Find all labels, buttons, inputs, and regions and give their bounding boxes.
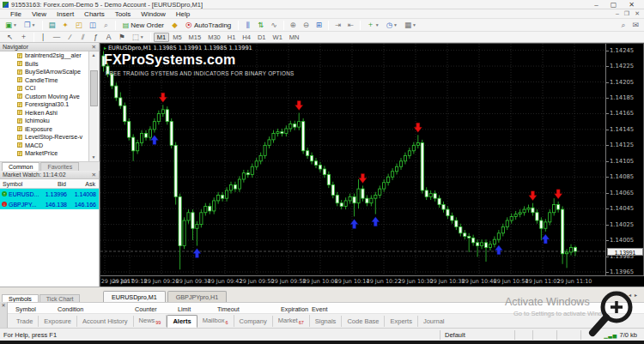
column-ask[interactable]: Ask [69,181,98,187]
toolbox-tab-journal[interactable]: Journal [418,316,450,327]
scroll-down-icon[interactable]: ▼ [89,154,98,161]
navigator-item-iexposure[interactable]: ƒiExposure [0,125,89,134]
toolbox-column-event[interactable]: Event [312,305,327,313]
toolbox-column-expiration[interactable]: Expiration [281,305,308,313]
zoom-in-icon[interactable]: ⊕ [288,20,299,30]
navigator-close-icon[interactable]: ✕ [92,44,96,51]
autotrading-button[interactable]: ⦿AutoTrading [182,20,234,30]
timeframe-button-h1[interactable]: H1 [224,33,240,42]
toolbox-tab-news[interactable]: News99 [134,315,167,328]
navigator-item-levelstop-reverse-v[interactable]: ƒLevelStop-Reverse-v [0,133,89,142]
chart-shift-icon[interactable]: ⇤ [345,20,356,30]
navigator-item-macd[interactable]: ƒMACD [0,142,89,150]
navigator-item-forexsignal30-1[interactable]: ƒForexsignal30.1 [0,100,89,109]
templates-button[interactable]: ▦▼ [402,20,419,30]
toolbox-tab-experts[interactable]: Experts [385,316,417,327]
menu-item-view[interactable]: View [27,10,52,18]
timeframe-button-m30[interactable]: M30 [204,33,224,42]
search-icon[interactable]: ⌕ [621,21,625,30]
horizontal-line-icon[interactable]: — [51,32,64,42]
navigator-tab-favorites[interactable]: Favorites [40,162,79,171]
channel-icon[interactable]: ⫽ [77,32,88,42]
toolbox-tab-company[interactable]: Company [234,316,273,327]
chart-tab-eurusdpro-m1[interactable]: EURUSDpro,M1 [103,291,166,303]
crosshair-icon[interactable]: ＋ [17,32,30,42]
scroll-up-icon[interactable]: ▲ [89,51,98,59]
menu-item-window[interactable]: Window [136,10,170,18]
toolbox-column-limit[interactable]: Limit [178,305,191,313]
chart-plot[interactable] [100,44,605,275]
scroll-thumb[interactable] [90,70,98,106]
toolbox-close-icon[interactable]: ✕ [0,302,7,308]
profiles-button[interactable]: ❐▼ [21,20,39,30]
toolbox-column-counter[interactable]: Counter [135,305,157,313]
tab-scroll-arrows[interactable]: ◂▸ [629,292,641,298]
chart-tab-gbpjpypro-h1[interactable]: GBPJPYpro,H1 [167,291,227,303]
profile-selector[interactable]: Default [440,330,515,340]
fibonacci-icon[interactable]: ƒ [90,32,101,42]
shapes-button[interactable]: ⬚▼ [130,32,147,42]
expert-advisors-icon[interactable]: ◆ [169,20,180,30]
navigator-item-marketprice[interactable]: ƒMarketPrice [0,149,89,158]
toolbox-tab-code-base[interactable]: Code Base [342,316,385,327]
cursor-icon[interactable]: ↖ [4,32,15,42]
time-axis[interactable]: 29 Jun 201729 Jun 09:1829 Jun 09:2629 Ju… [100,275,644,287]
navigator-item-bulls[interactable]: ƒBulls [0,60,89,69]
toolbox-tab-signals[interactable]: Signals [310,316,343,327]
tile-windows-icon[interactable]: ⊞ [313,20,325,30]
toolbox-tab-mailbox[interactable]: Mailbox6 [197,315,234,328]
toolbox-tab-market[interactable]: Market67 [273,315,310,328]
toolbox-toggle-button[interactable]: ◰ [73,20,85,30]
navigator-item-custom-moving-ave[interactable]: ƒCustom Moving Ave [0,93,89,101]
column-bid[interactable]: Bid [39,181,69,187]
navigator-item-ichimoku[interactable]: ƒIchimoku [0,117,89,125]
toolbox-tab-trade[interactable]: Trade [11,316,39,327]
toolbox-column-timeout[interactable]: Timeout [217,305,240,313]
menu-item-tools[interactable]: Tools [110,10,137,18]
timeframe-button-m15[interactable]: M15 [185,33,205,42]
close-button[interactable]: ✕ [629,1,635,9]
navigator-scrollbar[interactable]: ▲ ▼ [88,51,98,161]
toolbox-tab-exposure[interactable]: Exposure [39,316,77,327]
menu-item-insert[interactable]: Insert [52,10,79,18]
toolbox-column-symbol[interactable]: Symbol [15,305,36,313]
navigator-item-candletime[interactable]: ƒCandleTime [0,76,89,85]
navigator-tab-common[interactable]: Common [2,162,39,171]
menu-item-help[interactable]: Help [171,10,195,18]
navigator-item-buysellarrowscalpe[interactable]: ƒBuySellArrowScalpe [0,68,89,76]
market-watch-row-eurusd[interactable]: ↑EURUSD...1.139961.14008 [0,189,99,199]
minimize-button[interactable]: – [594,1,598,9]
indicators-button[interactable]: ＋▼ [364,20,381,30]
new-order-button[interactable]: ▤New Order [119,20,167,30]
candlestick-chart-icon[interactable]: ⇅ [255,20,266,30]
data-window-button[interactable]: ◫ [87,20,99,30]
navigator-item-heiken-ashi[interactable]: ƒHeiken Ashi [0,109,89,118]
price-axis[interactable]: 1.142451.142251.142051.141851.141651.141… [605,44,644,275]
timeframe-button-d1[interactable]: D1 [254,33,270,42]
timeframe-button-h4[interactable]: H4 [239,33,254,42]
child-restore-button[interactable]: ❐ [624,10,629,17]
menu-item-file[interactable]: File [5,10,27,18]
periods-button[interactable]: ◷▼ [384,20,400,30]
feedback-icon[interactable]: ✉ [632,21,639,30]
timeframe-button-w1[interactable]: W1 [270,33,286,42]
menu-item-charts[interactable]: Charts [79,10,110,18]
vertical-line-icon[interactable]: | [38,32,49,42]
label-icon[interactable]: ⚑ [116,32,128,42]
column-symbol[interactable]: Symbol [0,181,39,187]
toolbox-tab-alerts[interactable]: Alerts [167,315,197,328]
bar-chart-icon[interactable]: ⫼ [242,20,253,30]
timeframe-button-m1[interactable]: M1 [154,33,169,42]
timeframe-button-mn[interactable]: MN [286,33,303,42]
navigator-item-braintrend2sig-aler[interactable]: ƒbraintrend2sig__aler [0,51,89,60]
market-watch-row-gbpjpy[interactable]: ↓GBPJPY...146.138146.166 [0,199,99,209]
child-close-button[interactable]: ✕ [635,10,640,17]
trendline-icon[interactable]: ∕ [64,32,76,42]
zoom-out-icon[interactable]: ⊖ [301,20,312,30]
navigator-toggle-button[interactable]: ✦ [60,20,71,30]
toolbox-tab-account-history[interactable]: Account History [77,316,134,327]
market-watch-toggle-button[interactable]: ▤ [46,20,58,30]
market-watch-close-icon[interactable]: ✕ [92,172,96,178]
navigator-item-cci[interactable]: ƒCCI [0,84,89,93]
strategy-tester-button[interactable]: ⌕ [100,20,112,30]
